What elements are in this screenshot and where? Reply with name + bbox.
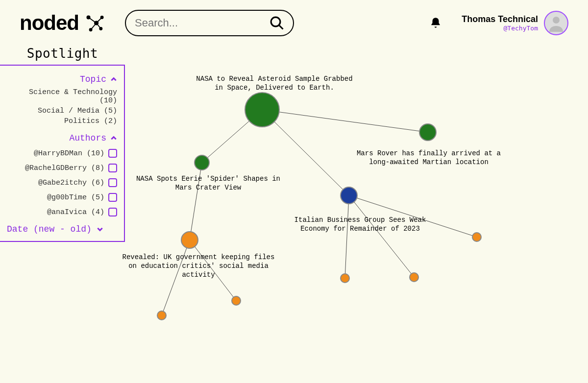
graph-node[interactable] <box>231 296 241 306</box>
header: noded Thomas Technical @TechyTom <box>0 0 588 41</box>
topic-item[interactable]: Politics (2) <box>7 117 117 125</box>
graph-node[interactable] <box>181 231 198 249</box>
graph-canvas[interactable]: NASA to Reveal Asteroid Sample Grabbed i… <box>125 41 588 364</box>
search-bar[interactable] <box>125 10 294 36</box>
graph-edges <box>125 41 588 364</box>
user-menu[interactable]: Thomas Technical @TechyTom <box>462 11 568 35</box>
graph-node[interactable] <box>245 92 280 127</box>
chevron-down-icon <box>97 226 103 233</box>
svg-point-11 <box>553 17 560 24</box>
search-icon[interactable] <box>270 16 284 30</box>
user-handle: @TechyTom <box>462 24 538 32</box>
author-list: @HarryBDMan (10) @RachelGDBerry (8) @Gab… <box>7 149 117 216</box>
filter-panel: Topic Science & Technology (10) Social /… <box>0 65 125 242</box>
svg-point-9 <box>271 17 280 26</box>
graph-node[interactable] <box>472 232 482 242</box>
topic-item[interactable]: Social / Media (5) <box>7 107 117 115</box>
author-item[interactable]: @HarryBDMan (10) <box>7 149 117 158</box>
graph-node[interactable] <box>340 187 358 204</box>
svg-line-19 <box>349 195 414 277</box>
graph-node-label: NASA to Reveal Asteroid Sample Grabbed i… <box>196 74 353 92</box>
graph-node-label: NASA Spots Eerie 'Spider' Shapes in Mars… <box>135 174 282 192</box>
author-checkbox[interactable] <box>108 178 117 187</box>
graph-node[interactable] <box>194 155 210 170</box>
svg-point-5 <box>100 16 104 19</box>
author-checkbox[interactable] <box>108 208 117 216</box>
author-item[interactable]: @g00bTime (5) <box>7 193 117 202</box>
avatar[interactable] <box>544 11 568 35</box>
graph-node[interactable] <box>419 123 437 141</box>
search-input[interactable] <box>135 17 270 29</box>
svg-point-8 <box>99 27 102 30</box>
avatar-placeholder-icon <box>546 13 566 33</box>
svg-point-6 <box>94 21 98 25</box>
topic-list: Science & Technology (10) Social / Media… <box>7 88 117 125</box>
nodes-logo-icon <box>83 12 105 34</box>
chevron-up-icon <box>110 135 117 142</box>
author-item[interactable]: @Gabe2itchy (6) <box>7 178 117 187</box>
author-checkbox[interactable] <box>108 149 117 158</box>
author-checkbox[interactable] <box>108 164 117 172</box>
sidebar: Spotlight Topic Science & Technology (10… <box>0 41 125 364</box>
graph-node-label: Mars Rover has finally arrived at a long… <box>350 149 507 167</box>
svg-line-18 <box>345 195 349 278</box>
user-display-name: Thomas Technical <box>462 14 538 24</box>
svg-point-7 <box>89 28 93 31</box>
authors-heading[interactable]: Authors <box>7 133 117 143</box>
date-sort-toggle[interactable]: Date (new - old) <box>7 224 117 234</box>
graph-node-label: Revealed: UK government keeping files on… <box>120 253 277 280</box>
chevron-up-icon <box>110 76 117 83</box>
author-item[interactable]: @anaIvica (4) <box>7 208 117 216</box>
graph-node[interactable] <box>409 272 419 282</box>
topic-item[interactable]: Science & Technology (10) <box>7 88 117 105</box>
svg-line-10 <box>279 25 283 29</box>
graph-node-label: Italian Business Group Sees Weak Economy… <box>287 215 434 233</box>
svg-line-14 <box>262 110 428 132</box>
svg-point-4 <box>86 15 90 19</box>
author-checkbox[interactable] <box>108 193 117 202</box>
topic-heading[interactable]: Topic <box>7 74 117 84</box>
brand-name: noded <box>20 11 79 35</box>
logo[interactable]: noded <box>20 11 105 35</box>
notifications-icon[interactable] <box>429 17 442 29</box>
sidebar-title: Spotlight <box>0 46 125 61</box>
graph-node[interactable] <box>157 311 167 320</box>
author-item[interactable]: @RachelGDBerry (8) <box>7 164 117 172</box>
graph-node[interactable] <box>340 273 350 283</box>
